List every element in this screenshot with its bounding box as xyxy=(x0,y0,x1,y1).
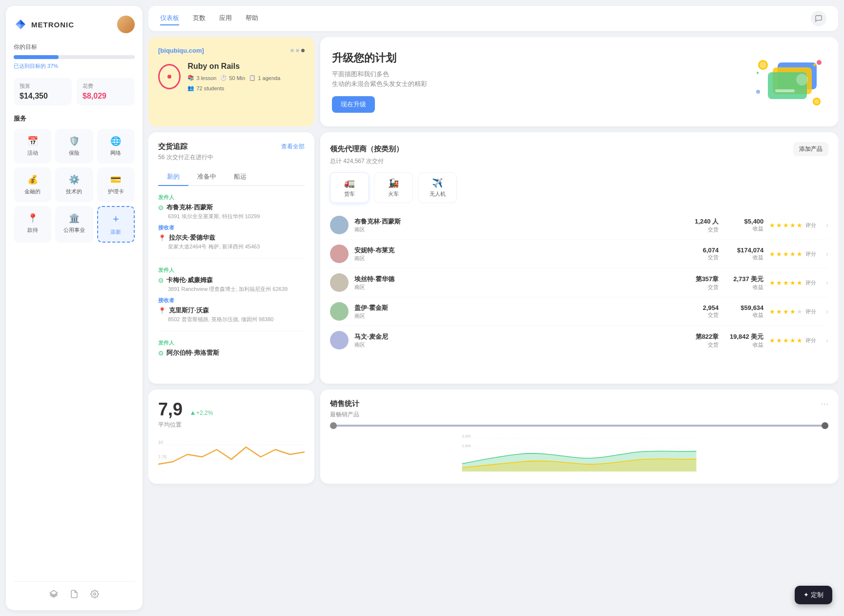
agent-arrow-4[interactable]: › xyxy=(826,308,828,315)
service-item-insurance[interactable]: 🛡️ 保险 xyxy=(55,129,93,164)
agent-stat-3: 第357章 交货 xyxy=(684,275,719,291)
nav-link-dashboard[interactable]: 仪表板 xyxy=(160,12,179,25)
cat-tab-drone[interactable]: ✈️ 无人机 xyxy=(418,172,457,203)
logo-icon xyxy=(14,18,27,31)
customize-button[interactable]: ✦ 定制 xyxy=(795,586,832,604)
service-item-public[interactable]: 🏛️ 公用事业 xyxy=(55,206,93,243)
agent-arrow-5[interactable]: › xyxy=(826,336,828,344)
goal-percent-text: 已达到目标的 37% xyxy=(14,63,58,69)
delivery-subtitle: 56 次交付正在进行中 xyxy=(158,153,305,162)
upgrade-desc: 平面描图和我们多色 生动的未混合紫色头发女士的精彩 xyxy=(332,69,427,88)
agent-arrow-3[interactable]: › xyxy=(826,279,828,287)
nav-link-apps[interactable]: 应用 xyxy=(219,12,232,25)
svg-marker-2 xyxy=(16,24,21,29)
sidebar-footer xyxy=(14,581,135,600)
tab-shipping[interactable]: 船运 xyxy=(225,168,255,186)
svg-point-9 xyxy=(796,74,808,85)
service-item-network[interactable]: 🌐 网络 xyxy=(97,129,135,164)
agent-category-tabs: 🚛 货车 🚂 火车 ✈️ 无人机 xyxy=(330,172,828,203)
progress-bar-bg xyxy=(14,55,135,59)
service-label-network: 网络 xyxy=(110,149,121,157)
agent-arrow-2[interactable]: › xyxy=(826,250,828,258)
agent-row-1: 布鲁克林·西蒙斯 南区 1,240 人 交货 $5,400 收益 ★★★★★ 评… xyxy=(330,211,828,240)
agent-avatar-4 xyxy=(330,302,349,321)
slider-thumb-right[interactable] xyxy=(822,422,828,429)
row-1: [biqubiqu.com] Ruby on Rails xyxy=(148,37,838,126)
service-item-finance[interactable]: 💰 金融的 xyxy=(14,167,51,202)
agent-region-2: 南区 xyxy=(354,255,679,262)
sender-addr-1: 6391 埃尔全至塞莱斯, 特拉华州 10299 xyxy=(168,213,305,220)
sales-options-icon[interactable]: ⋯ xyxy=(821,399,828,409)
service-item-card[interactable]: 💳 护理卡 xyxy=(97,167,135,202)
course-domain: [biqubiqu.com] xyxy=(158,47,204,54)
progress-bar-fill xyxy=(14,55,59,59)
cat-tab-train[interactable]: 🚂 火车 xyxy=(374,172,413,203)
view-all-link[interactable]: 查看全部 xyxy=(281,143,305,151)
receiver-addr-1: 皇家大道2464号 梅萨, 新泽西州 45463 xyxy=(168,243,305,250)
dot-3 xyxy=(301,49,305,52)
slider-thumb-left[interactable] xyxy=(330,422,337,429)
sender-label-2: 发件人 xyxy=(158,267,305,274)
service-item-tech[interactable]: ⚙️ 技术的 xyxy=(55,167,93,202)
hospitality-icon: 📍 xyxy=(27,213,38,224)
stats-trend: +2.2% xyxy=(190,410,213,416)
tab-preparing[interactable]: 准备中 xyxy=(188,168,225,186)
agent-row-3: 埃丝特·霍华德 南区 第357章 交货 2,737 美元 收益 ★★★★★ 评分 xyxy=(330,268,828,297)
agent-name-1: 布鲁克林·西蒙斯 xyxy=(354,217,679,226)
service-item-add[interactable]: + 添新 xyxy=(97,206,135,243)
expense-card: 花费 $8,029 xyxy=(77,78,135,105)
tech-icon: ⚙️ xyxy=(69,174,80,185)
row-2: 交货追踪 查看全部 56 次交付正在进行中 新的 准备中 船运 发件人 ⊙ 布鲁… xyxy=(148,132,838,384)
agent-name-3: 埃丝特·霍华德 xyxy=(354,275,679,284)
agent-name-4: 盖伊·霍金斯 xyxy=(354,304,679,312)
chat-icon[interactable] xyxy=(811,11,826,26)
service-item-activity[interactable]: 📅 活动 xyxy=(14,129,51,164)
svg-point-12 xyxy=(760,62,766,68)
course-title: Ruby on Rails xyxy=(187,62,305,71)
svg-point-16 xyxy=(756,90,760,94)
course-info: Ruby on Rails 📚 3 lesson ⏱️ 50 Min xyxy=(158,62,305,91)
agent-rating-3: ★★★★★ 评分 xyxy=(769,279,816,287)
agent-avatar-3 xyxy=(330,273,349,292)
agent-name-area-4: 盖伊·霍金斯 南区 xyxy=(354,304,679,320)
course-details: Ruby on Rails 📚 3 lesson ⏱️ 50 Min xyxy=(187,62,305,91)
sales-header: 销售统计 ⋯ xyxy=(330,399,828,409)
cat-tab-truck[interactable]: 🚛 货车 xyxy=(330,172,369,203)
agent-name-5: 马文·麦金尼 xyxy=(354,332,679,341)
user-avatar[interactable] xyxy=(117,16,135,33)
tab-new[interactable]: 新的 xyxy=(158,168,188,186)
nav-link-help[interactable]: 帮助 xyxy=(246,12,258,25)
svg-marker-3 xyxy=(21,24,25,29)
sidebar-header: METRONIC xyxy=(14,16,135,33)
delivery-tabs: 新的 准备中 船运 xyxy=(158,168,305,186)
agent-money-1: $5,400 收益 xyxy=(724,218,763,232)
svg-text:✦: ✦ xyxy=(756,70,760,76)
sales-subtitle: 最畅销产品 xyxy=(330,411,828,419)
receiver-icon-1: 📍 xyxy=(158,234,166,242)
course-dots xyxy=(290,49,305,52)
service-item-hospitality[interactable]: 📍 款待 xyxy=(14,206,51,243)
service-label-insurance: 保险 xyxy=(69,149,80,157)
delivery-title: 交货追踪 xyxy=(158,142,187,151)
agent-stat-4: 2,954 交货 xyxy=(684,304,719,319)
layers-icon[interactable] xyxy=(49,590,58,600)
receiver-icon-2: 📍 xyxy=(158,307,166,314)
agent-arrow-1[interactable]: › xyxy=(826,221,828,229)
add-product-button[interactable]: 添加产品 xyxy=(793,142,828,156)
svg-text:✦: ✦ xyxy=(812,61,818,69)
train-icon: 🚂 xyxy=(388,178,399,188)
delivery-header: 交货追踪 查看全部 xyxy=(158,142,305,151)
nav-link-pages[interactable]: 页数 xyxy=(193,12,206,25)
network-icon: 🌐 xyxy=(110,136,121,146)
upgrade-button[interactable]: 现在升级 xyxy=(332,96,375,113)
content-area: [biqubiqu.com] Ruby on Rails xyxy=(148,37,838,616)
settings-icon[interactable] xyxy=(90,590,99,600)
finance-icon: 💰 xyxy=(27,174,38,185)
sales-chart: 3,000 2,500 xyxy=(330,432,828,472)
insurance-icon: 🛡️ xyxy=(69,136,80,146)
avg-label: 平均位置 xyxy=(158,421,305,429)
dot-2 xyxy=(296,49,299,52)
agent-name-area-1: 布鲁克林·西蒙斯 南区 xyxy=(354,217,679,233)
agent-avatar-1 xyxy=(330,216,349,234)
file-icon[interactable] xyxy=(70,590,79,600)
